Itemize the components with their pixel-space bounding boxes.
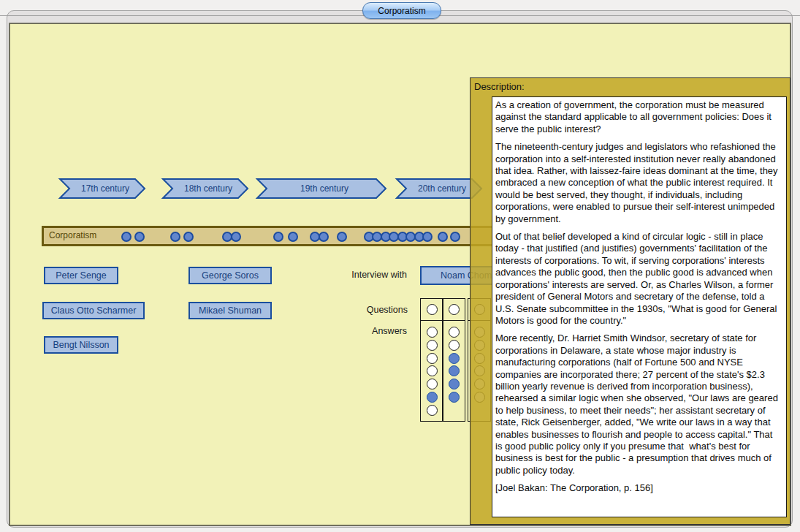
timeline-dot[interactable] bbox=[438, 232, 448, 242]
timeline-dot[interactable] bbox=[170, 232, 180, 242]
answer-dot[interactable] bbox=[427, 365, 438, 376]
question-cell bbox=[420, 298, 443, 321]
question-dot[interactable] bbox=[427, 304, 438, 315]
tab-corporatism[interactable]: Corporatism bbox=[362, 2, 441, 19]
century-arrow-label: 17th century bbox=[81, 183, 129, 194]
answer-dot[interactable] bbox=[449, 340, 460, 351]
timeline-dot[interactable] bbox=[273, 232, 283, 242]
timeline-dot[interactable] bbox=[450, 232, 460, 242]
timeline-dot[interactable] bbox=[337, 232, 347, 242]
answer-column bbox=[442, 320, 465, 422]
answer-dot[interactable] bbox=[427, 327, 438, 338]
button-peter-senge[interactable]: Peter Senge bbox=[44, 267, 118, 284]
button-bengt-nilsson[interactable]: Bengt Nilsson bbox=[44, 336, 118, 354]
question-cell bbox=[442, 298, 465, 321]
description-paragraph: As a creation of government, the corpora… bbox=[495, 99, 780, 135]
century-arrow-19th[interactable]: 19th century bbox=[256, 178, 386, 199]
answer-dot[interactable] bbox=[427, 392, 438, 403]
button-claus-otto-scharmer[interactable]: Claus Otto Scharmer bbox=[42, 302, 145, 319]
button-george-soros[interactable]: George Soros bbox=[188, 267, 272, 284]
answer-dot[interactable] bbox=[449, 353, 460, 364]
answer-column bbox=[420, 320, 443, 422]
century-arrow-label: 19th century bbox=[300, 183, 348, 194]
question-dot[interactable] bbox=[449, 304, 460, 315]
answers-label: Answers bbox=[372, 326, 407, 336]
timeline-dot[interactable] bbox=[422, 232, 433, 242]
timeline-dot[interactable] bbox=[121, 232, 132, 242]
timeline-dot[interactable] bbox=[183, 232, 194, 242]
answer-dot[interactable] bbox=[449, 379, 460, 390]
century-arrow-18th[interactable]: 18th century bbox=[162, 178, 248, 199]
answer-dot[interactable] bbox=[427, 340, 438, 351]
timeline-label: Corporatism bbox=[49, 230, 96, 240]
answer-dot[interactable] bbox=[449, 327, 460, 338]
description-text-area: As a creation of government, the corpora… bbox=[492, 96, 787, 517]
description-paragraph: The nineteenth-century judges and legisl… bbox=[495, 141, 780, 225]
answer-dot[interactable] bbox=[449, 392, 460, 403]
button-mikael-shuman[interactable]: Mikael Shuman bbox=[188, 302, 272, 319]
timeline-dot[interactable] bbox=[288, 232, 298, 242]
questions-label: Questions bbox=[367, 305, 408, 315]
description-paragraph: Out of that belief developed a kind of c… bbox=[495, 231, 780, 327]
application-window: Corporatism 17th century 18th century 19… bbox=[0, 0, 800, 532]
answer-dot[interactable] bbox=[427, 405, 438, 416]
description-paragraph: [Joel Bakan: The Corporation, p. 156] bbox=[495, 482, 780, 494]
timeline-dot[interactable] bbox=[319, 232, 329, 242]
century-arrow-label: 18th century bbox=[184, 183, 232, 194]
answer-dot[interactable] bbox=[449, 365, 460, 376]
corporatism-timeline-bar[interactable]: Corporatism bbox=[42, 226, 497, 246]
description-panel: Description: As a creation of government… bbox=[470, 77, 791, 525]
timeline-dot[interactable] bbox=[231, 232, 241, 242]
century-arrow-label: 20th century bbox=[418, 183, 466, 194]
description-paragraph: More recently, Dr. Harriet Smith Windsor… bbox=[495, 332, 780, 476]
interview-with-label: Interview with bbox=[351, 270, 407, 280]
century-arrow-17th[interactable]: 17th century bbox=[59, 178, 145, 199]
answer-dot[interactable] bbox=[427, 353, 438, 364]
description-title: Description: bbox=[474, 81, 525, 92]
answer-dot[interactable] bbox=[427, 379, 438, 390]
timeline-dot[interactable] bbox=[134, 232, 145, 242]
